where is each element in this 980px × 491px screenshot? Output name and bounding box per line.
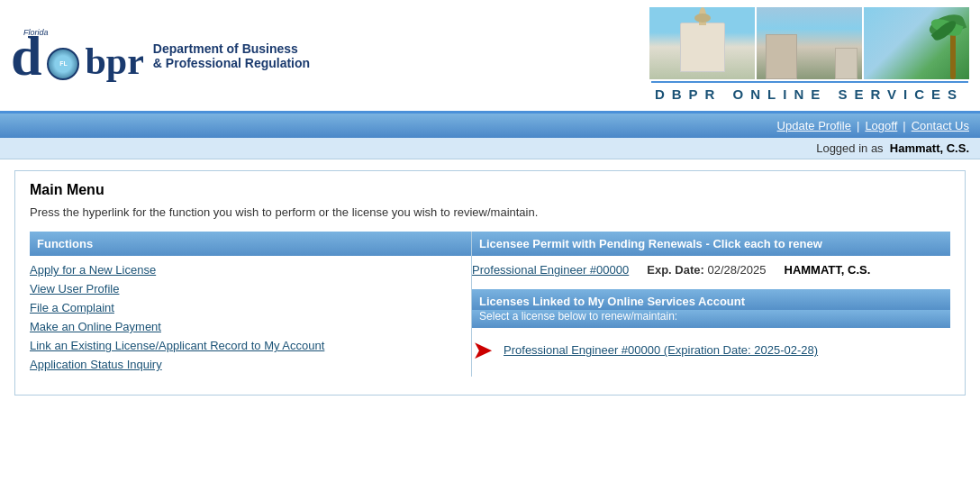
- image-strip: [649, 7, 969, 79]
- permit-details: Exp. Date: 02/28/2025: [647, 263, 766, 277]
- online-payment-link[interactable]: Make an Online Payment: [30, 320, 471, 333]
- nav-sep-1: |: [857, 119, 859, 132]
- right-column: Licensee Permit with Pending Renewals - …: [472, 232, 950, 377]
- main-box: Main Menu Press the hyperlink for the fu…: [14, 170, 966, 396]
- exp-label: Exp. Date:: [647, 263, 704, 277]
- org-text: Department of Business & Professional Re…: [153, 41, 310, 70]
- exp-date: 02/28/2025: [707, 263, 766, 277]
- permit-header: Licensee Permit with Pending Renewals - …: [472, 232, 950, 256]
- palm-image: [864, 7, 969, 79]
- florida-label: Florida: [23, 28, 49, 37]
- linked-license-row: ➤ Professional Engineer #00000 (Expirati…: [472, 335, 950, 365]
- apply-license-link[interactable]: Apply for a New License: [30, 263, 471, 277]
- logo-letter-r: r: [127, 42, 144, 80]
- permit-link[interactable]: Professional Engineer #00000: [472, 263, 629, 277]
- logo-letter-p: p: [106, 42, 127, 80]
- logged-in-user: Hammatt, C.S.: [890, 141, 969, 155]
- header-images: DBPR ONLINE SERVICES: [649, 7, 969, 104]
- logged-in-prefix: Logged in as: [816, 141, 883, 155]
- capitol-image: [649, 7, 755, 79]
- nav-sep-2: |: [903, 119, 905, 132]
- logo-letter-b: b: [85, 42, 105, 80]
- online-services-title: DBPR ONLINE SERVICES: [651, 81, 968, 104]
- left-column: Functions Apply for a New License View U…: [30, 232, 472, 377]
- linked-licenses-subheader: Select a license below to renew/maintain…: [472, 310, 950, 328]
- main-title: Main Menu: [30, 182, 950, 198]
- logged-in-bar: Logged in as Hammatt, C.S.: [0, 138, 980, 159]
- content-table: Functions Apply for a New License View U…: [30, 232, 950, 377]
- logoff-link[interactable]: Logoff: [865, 119, 897, 132]
- main-description: Press the hyperlink for the function you…: [30, 205, 950, 219]
- functions-header: Functions: [30, 232, 471, 256]
- org-line2: & Professional Regulation: [153, 56, 310, 70]
- linked-licenses-header: Licenses Linked to My Online Services Ac…: [472, 289, 950, 310]
- building-image: [757, 7, 862, 79]
- main-content: Main Menu Press the hyperlink for the fu…: [0, 159, 980, 406]
- app-status-link[interactable]: Application Status Inquiry: [30, 358, 471, 371]
- view-profile-link[interactable]: View User Profile: [30, 282, 471, 296]
- page-header: Florida d FL b p r Department of Busines…: [0, 0, 980, 114]
- logo-area: Florida d FL b p r Department of Busines…: [11, 28, 310, 84]
- link-existing-link[interactable]: Link an Existing License/Applicant Recor…: [30, 339, 324, 352]
- link-existing-row: Link an Existing License/Applicant Recor…: [30, 339, 471, 352]
- nav-bar: Update Profile | Logoff | Contact Us: [0, 114, 980, 138]
- update-profile-link[interactable]: Update Profile: [777, 119, 851, 132]
- dbpr-logo: Florida d FL b p r: [11, 28, 144, 84]
- contact-us-link[interactable]: Contact Us: [912, 119, 969, 132]
- permit-row: Professional Engineer #00000 Exp. Date: …: [472, 259, 950, 280]
- org-line1: Department of Business: [153, 41, 310, 56]
- file-complaint-link[interactable]: File a Complaint: [30, 301, 471, 314]
- logo-seal: FL: [47, 48, 79, 80]
- permit-holder-name: HAMMATT, C.S.: [785, 263, 871, 277]
- red-arrow-icon: ➤: [472, 335, 493, 365]
- linked-license-link[interactable]: Professional Engineer #00000 (Expiration…: [504, 343, 818, 357]
